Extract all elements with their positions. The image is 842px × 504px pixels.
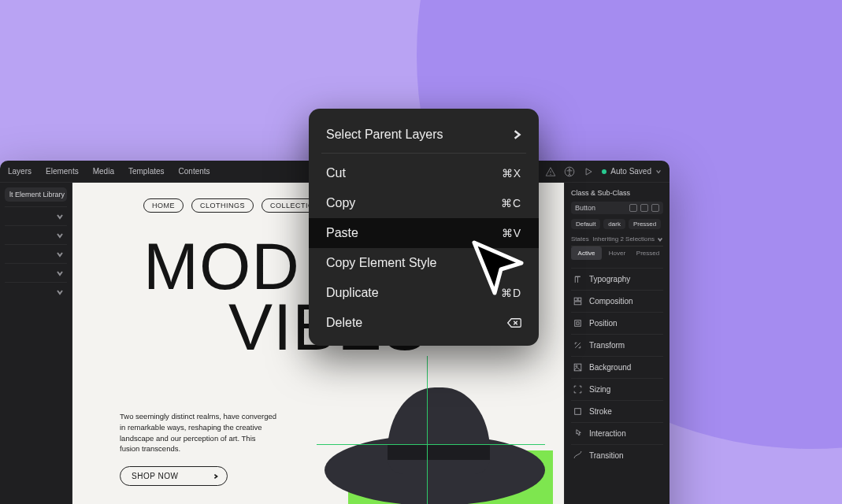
- chevron-down-icon[interactable]: [657, 236, 663, 243]
- accessibility-icon[interactable]: [564, 166, 575, 177]
- prop-background[interactable]: Background: [571, 356, 663, 378]
- chevron-right-icon: [213, 473, 219, 480]
- state-pressed[interactable]: Pressed: [632, 246, 663, 260]
- tab-elements[interactable]: Elements: [46, 167, 79, 176]
- autosave-label: Auto Saved: [610, 167, 651, 176]
- class-name: Button: [575, 204, 626, 212]
- delete-icon: [507, 317, 521, 328]
- chevron-down-icon: [655, 169, 662, 175]
- shop-now-button[interactable]: SHOP NOW: [120, 466, 228, 486]
- chip-pressed[interactable]: Pressed: [629, 219, 661, 229]
- prop-transform[interactable]: Transform: [571, 334, 663, 356]
- sidebar-section-row[interactable]: [5, 282, 67, 301]
- svg-rect-9: [577, 322, 579, 324]
- states-hint: Inheriting 2 Selections: [592, 235, 655, 243]
- element-library-pill[interactable]: lt Element Library: [5, 187, 67, 202]
- prop-composition[interactable]: Composition: [571, 290, 663, 312]
- ctx-separator: [321, 153, 526, 154]
- properties-panel: Class & Sub-Class Button Default dark Pr…: [564, 183, 670, 504]
- tab-layers[interactable]: Layers: [8, 167, 32, 176]
- svg-rect-7: [574, 302, 581, 305]
- state-tabs: Active Hover Pressed: [571, 246, 663, 260]
- context-menu: Select Parent Layers Cut⌘X Copy⌘C Paste⌘…: [309, 109, 539, 346]
- state-active[interactable]: Active: [571, 246, 602, 260]
- svg-point-11: [576, 365, 577, 367]
- tab-templates[interactable]: Templates: [128, 167, 165, 176]
- sidebar-section-row[interactable]: [5, 263, 67, 282]
- ctx-cut[interactable]: Cut⌘X: [309, 158, 539, 188]
- svg-point-1: [551, 174, 551, 175]
- sidebar-section-row[interactable]: [5, 225, 67, 244]
- hat-crown: [388, 387, 490, 474]
- chevron-right-icon: [512, 130, 521, 139]
- left-sidebar: lt Element Library: [0, 183, 72, 504]
- svg-rect-5: [574, 298, 577, 301]
- tab-media[interactable]: Media: [93, 167, 114, 176]
- states-label: States: [571, 235, 589, 243]
- svg-rect-6: [578, 298, 581, 301]
- ctx-paste[interactable]: Paste⌘V: [309, 218, 539, 248]
- tab-contents[interactable]: Contents: [179, 167, 210, 176]
- ctx-duplicate[interactable]: Duplicate⌘D: [309, 278, 539, 308]
- panel-section-title: Class & Sub-Class: [571, 189, 663, 197]
- selection-guide-vertical: [427, 356, 428, 504]
- svg-point-3: [569, 169, 570, 170]
- ctx-delete[interactable]: Delete: [309, 308, 539, 338]
- play-icon[interactable]: [583, 166, 594, 177]
- nav-home[interactable]: HOME: [143, 198, 184, 213]
- prop-transition[interactable]: Transition: [571, 444, 663, 466]
- nav-clothings[interactable]: CLOTHINGS: [191, 198, 254, 213]
- chip-dark[interactable]: dark: [603, 219, 625, 229]
- add-class-icon[interactable]: [640, 204, 648, 212]
- chip-default[interactable]: Default: [571, 219, 600, 229]
- sidebar-section-row[interactable]: [5, 206, 67, 225]
- warning-icon[interactable]: [545, 166, 556, 177]
- prop-sizing[interactable]: Sizing: [571, 378, 663, 400]
- hat-band: [388, 444, 490, 460]
- svg-marker-4: [586, 168, 592, 174]
- ctx-copy[interactable]: Copy⌘C: [309, 188, 539, 218]
- prop-typography[interactable]: Typography: [571, 268, 663, 290]
- shop-now-label: SHOP NOW: [132, 472, 178, 480]
- svg-rect-8: [575, 321, 581, 327]
- state-hover[interactable]: Hover: [602, 246, 632, 260]
- subclass-chips: Default dark Pressed: [571, 219, 663, 229]
- autosave-dot-icon: [602, 169, 606, 174]
- ctx-select-parent[interactable]: Select Parent Layers: [309, 120, 539, 150]
- sidebar-section-row[interactable]: [5, 244, 67, 263]
- hero-blurb: Two seemingly distinct realms, have conv…: [120, 411, 277, 454]
- svg-rect-12: [575, 409, 581, 415]
- prop-position[interactable]: Position: [571, 312, 663, 334]
- remove-class-icon[interactable]: [651, 204, 659, 212]
- class-selector[interactable]: Button: [571, 202, 663, 214]
- prop-stroke[interactable]: Stroke: [571, 400, 663, 422]
- topbar-tabs: Layers Elements Media Templates Contents: [8, 167, 210, 176]
- autosave-status[interactable]: Auto Saved: [602, 167, 662, 176]
- ctx-copy-element-style[interactable]: Copy Element Style: [309, 248, 539, 278]
- prop-interaction[interactable]: Interaction: [571, 422, 663, 444]
- edit-class-icon[interactable]: [629, 204, 637, 212]
- selection-guide-horizontal: [317, 444, 545, 445]
